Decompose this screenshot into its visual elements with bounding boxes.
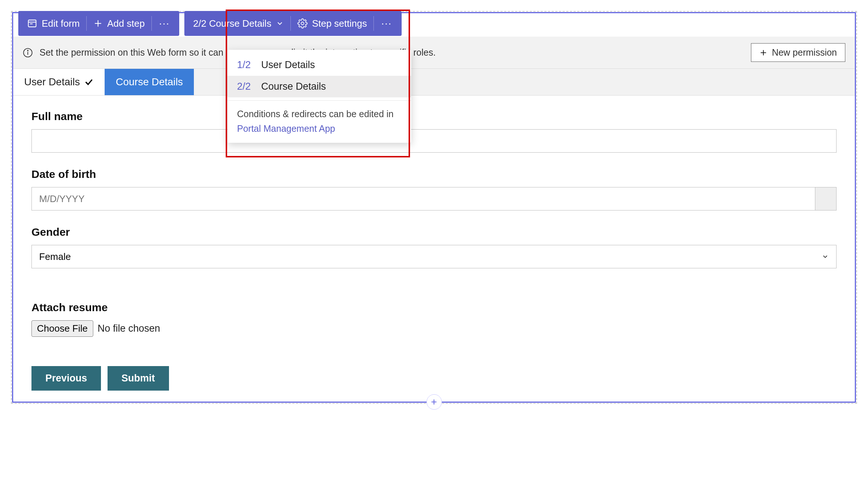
dropdown-divider xyxy=(228,100,411,101)
full-name-input[interactable] xyxy=(31,129,837,153)
dob-picker-button[interactable] xyxy=(815,187,837,210)
portal-management-link[interactable]: Portal Management App xyxy=(237,122,402,136)
form-area: Full name Date of birth Gender Female xyxy=(13,96,855,402)
dropdown-footer-text: Conditions & redirects can be edited in xyxy=(237,109,394,119)
tab-label: Course Details xyxy=(116,76,183,88)
info-icon xyxy=(23,48,33,58)
permission-message-before: Set the permission on this Web form so i… xyxy=(40,47,223,58)
new-permission-button[interactable]: New permission xyxy=(751,43,845,62)
dropdown-item-label: User Details xyxy=(261,59,315,71)
canvas-outline: Edit form Add step ··· 2/2 Course Detail… xyxy=(11,11,857,404)
add-step-label: Add step xyxy=(107,18,145,29)
edit-form-label: Edit form xyxy=(42,18,80,29)
dropdown-item-course-details[interactable]: 2/2 Course Details xyxy=(228,76,411,97)
step-settings-label: Step settings xyxy=(312,18,367,29)
toolbar: Edit form Add step ··· 2/2 Course Detail… xyxy=(18,11,402,36)
field-date-of-birth: Date of birth xyxy=(31,168,837,210)
ellipsis-icon: ··· xyxy=(159,18,170,29)
dob-label: Date of birth xyxy=(31,168,837,180)
chevron-down-icon xyxy=(276,19,284,27)
gear-icon xyxy=(297,18,308,29)
svg-point-5 xyxy=(301,22,304,25)
gender-value: Female xyxy=(39,251,71,262)
step-dropdown: 1/2 User Details 2/2 Course Details Cond… xyxy=(228,50,411,143)
dropdown-item-user-details[interactable]: 1/2 User Details xyxy=(228,54,411,76)
step-settings-button[interactable]: Step settings xyxy=(291,14,373,33)
gender-label: Gender xyxy=(31,226,837,238)
check-icon xyxy=(84,77,94,87)
dropdown-item-number: 2/2 xyxy=(237,81,253,92)
field-attach-resume: Attach resume Choose File No file chosen xyxy=(31,301,837,337)
action-buttons: Previous Submit xyxy=(31,366,837,391)
dropdown-item-number: 1/2 xyxy=(237,59,253,71)
tab-course-details[interactable]: Course Details xyxy=(105,69,194,95)
file-status-text: No file chosen xyxy=(98,323,160,334)
permission-bar: Set the permission on this Web form so i… xyxy=(13,37,855,69)
step-picker-button[interactable]: 2/2 Course Details xyxy=(187,14,290,33)
toolbar-group-form: Edit form Add step ··· xyxy=(18,11,179,36)
ellipsis-icon: ··· xyxy=(381,18,392,29)
svg-rect-0 xyxy=(29,20,36,27)
tab-user-details[interactable]: User Details xyxy=(13,69,105,95)
plus-icon: + xyxy=(431,396,437,408)
attach-label: Attach resume xyxy=(31,301,837,314)
edit-form-button[interactable]: Edit form xyxy=(20,14,86,33)
dropdown-footer: Conditions & redirects can be edited in … xyxy=(228,107,411,135)
field-gender: Gender Female xyxy=(31,226,837,268)
field-full-name: Full name xyxy=(31,110,837,153)
plus-icon xyxy=(759,49,767,57)
step-picker-label: 2/2 Course Details xyxy=(193,18,271,29)
form-canvas: Set the permission on this Web form so i… xyxy=(12,12,856,403)
gender-select[interactable]: Female xyxy=(31,245,837,268)
add-step-button[interactable]: Add step xyxy=(87,14,151,33)
previous-button[interactable]: Previous xyxy=(31,366,101,391)
tab-label: User Details xyxy=(24,76,80,88)
dropdown-item-label: Course Details xyxy=(261,81,326,92)
chevron-down-icon xyxy=(822,253,829,260)
more-actions-button[interactable]: ··· xyxy=(152,14,177,33)
plus-icon xyxy=(93,19,103,28)
choose-file-button[interactable]: Choose File xyxy=(31,320,93,337)
toolbar-group-step: 2/2 Course Details Step settings ··· xyxy=(184,11,402,36)
tabs-row: User Details Course Details xyxy=(13,69,855,96)
submit-button[interactable]: Submit xyxy=(108,366,169,391)
form-icon xyxy=(27,18,37,29)
new-permission-label: New permission xyxy=(772,47,837,58)
full-name-label: Full name xyxy=(31,110,837,123)
svg-point-8 xyxy=(27,50,28,51)
add-section-handle[interactable]: + xyxy=(427,394,442,410)
dob-input[interactable] xyxy=(31,187,815,210)
step-more-actions-button[interactable]: ··· xyxy=(374,14,399,33)
